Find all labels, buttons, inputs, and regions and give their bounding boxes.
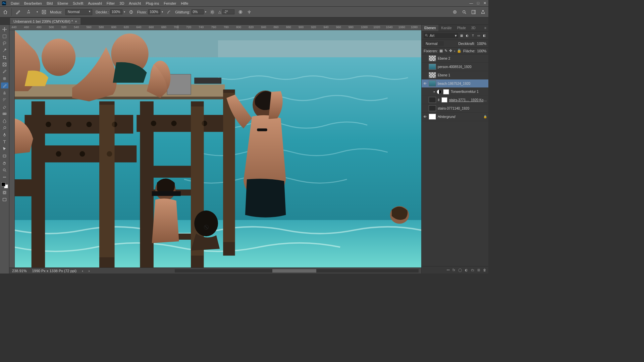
lock-artboard-icon[interactable]: ▫ bbox=[454, 49, 455, 53]
crop-tool[interactable] bbox=[1, 54, 8, 60]
marquee-tool[interactable] bbox=[1, 33, 8, 39]
canvas-viewport[interactable] bbox=[15, 30, 421, 267]
share-icon[interactable] bbox=[480, 9, 486, 15]
pen-tool[interactable] bbox=[1, 132, 8, 138]
layer-row[interactable]: 👁Hintergrund🔒 bbox=[422, 113, 488, 121]
panel-menu-icon[interactable]: ≡ bbox=[482, 25, 488, 31]
angle-input[interactable] bbox=[222, 9, 234, 14]
layer-mask-thumbnail[interactable] bbox=[443, 89, 449, 95]
new-layer-icon[interactable]: ⊞ bbox=[477, 268, 480, 272]
smoothing-input[interactable] bbox=[192, 9, 204, 14]
blend-mode-select[interactable]: Normal bbox=[65, 9, 92, 15]
quick-mask-tool[interactable] bbox=[1, 189, 8, 195]
tab-close-icon[interactable]: × bbox=[75, 19, 77, 23]
tab-kanaele[interactable]: Kanäle bbox=[438, 25, 454, 31]
search-icon[interactable] bbox=[462, 9, 467, 15]
lasso-tool[interactable] bbox=[1, 40, 8, 46]
eraser-tool[interactable] bbox=[1, 104, 8, 110]
rectangle-tool[interactable] bbox=[1, 153, 8, 159]
fill-value[interactable]: 100% bbox=[477, 49, 486, 53]
lock-all-icon[interactable]: 🔒 bbox=[457, 49, 462, 53]
layer-thumbnail[interactable] bbox=[429, 72, 436, 78]
flow-input[interactable] bbox=[148, 9, 160, 14]
link-layers-icon[interactable]: ⚯ bbox=[447, 268, 449, 272]
healing-brush-tool[interactable] bbox=[1, 75, 8, 81]
menu-ansicht[interactable]: Ansicht bbox=[129, 1, 141, 5]
layer-name[interactable]: stairs-3771…_1920 Kopie… bbox=[449, 98, 487, 102]
gradient-tool[interactable] bbox=[1, 111, 8, 117]
frame-tool[interactable] bbox=[1, 61, 8, 67]
menu-schrift[interactable]: Schrift bbox=[73, 1, 83, 5]
window-minimize-icon[interactable]: — bbox=[469, 1, 473, 5]
group-layers-icon[interactable]: 🗀 bbox=[471, 268, 474, 272]
move-tool[interactable] bbox=[1, 26, 8, 32]
tab-3d[interactable]: 3D bbox=[469, 25, 478, 31]
type-tool[interactable] bbox=[1, 139, 8, 145]
layer-fx-icon[interactable]: fx bbox=[452, 268, 455, 272]
filter-shape-icon[interactable]: ▭ bbox=[477, 34, 481, 37]
filter-adjust-icon[interactable]: ◐ bbox=[465, 34, 469, 37]
brush-tool[interactable] bbox=[1, 82, 8, 88]
horizontal-scrollbar[interactable] bbox=[175, 269, 419, 273]
layer-blend-mode[interactable]: Normal bbox=[424, 41, 444, 46]
layer-thumbnail[interactable] bbox=[429, 97, 436, 103]
history-brush-tool[interactable] bbox=[1, 97, 8, 103]
layer-row[interactable]: Ebene 2 bbox=[422, 54, 488, 63]
menu-3d[interactable]: 3D bbox=[119, 1, 124, 5]
visibility-toggle-icon[interactable]: 👁 bbox=[423, 82, 427, 85]
layer-row[interactable]: Ebene 1 bbox=[422, 71, 488, 79]
cloud-docs-icon[interactable] bbox=[452, 9, 458, 15]
nav-next-icon[interactable]: › bbox=[89, 269, 90, 273]
symmetry-icon[interactable] bbox=[247, 9, 252, 15]
layer-row[interactable]: 👁beach-1867524_1920 bbox=[422, 79, 488, 88]
layer-filter-select[interactable]: Art ▾ bbox=[424, 33, 458, 38]
opacity-input[interactable] bbox=[110, 9, 122, 14]
adjustment-layer-icon[interactable]: ◐ bbox=[465, 268, 468, 272]
layer-row[interactable]: stairs-3771140_1920 bbox=[422, 104, 488, 113]
path-selection-tool[interactable] bbox=[1, 146, 8, 152]
window-close-icon[interactable]: ✕ bbox=[483, 1, 486, 5]
home-icon[interactable] bbox=[3, 9, 8, 15]
hand-tool[interactable] bbox=[1, 160, 8, 166]
lock-transparency-icon[interactable]: ▦ bbox=[439, 49, 443, 53]
layer-thumbnail[interactable] bbox=[429, 64, 436, 70]
lock-position-icon[interactable]: ✥ bbox=[449, 49, 452, 53]
menu-auswahl[interactable]: Auswahl bbox=[88, 1, 102, 5]
expand-arrow-icon[interactable]: ▸ bbox=[434, 90, 435, 93]
layer-mask-icon[interactable]: ◯ bbox=[458, 268, 462, 272]
menu-datei[interactable]: Datei bbox=[11, 1, 19, 5]
vertical-ruler[interactable] bbox=[9, 30, 15, 267]
edit-toolbar[interactable] bbox=[1, 174, 8, 180]
filter-smart-icon[interactable]: ◧ bbox=[482, 34, 486, 37]
magic-wand-tool[interactable] bbox=[1, 47, 8, 53]
workspace-icon[interactable] bbox=[471, 9, 476, 15]
smoothing-options-icon[interactable] bbox=[210, 9, 215, 15]
layer-thumbnail[interactable] bbox=[429, 80, 436, 86]
menu-bearbeiten[interactable]: Bearbeiten bbox=[24, 1, 42, 5]
brush-tool-icon[interactable] bbox=[15, 9, 20, 15]
layer-name[interactable]: person-4008516_1920 bbox=[438, 65, 487, 69]
menu-hilfe[interactable]: Hilfe bbox=[181, 1, 188, 5]
pressure-opacity-icon[interactable] bbox=[128, 9, 134, 15]
layer-row[interactable]: 𝟠stairs-3771…_1920 Kopie… bbox=[422, 96, 488, 104]
filter-type-icon[interactable]: T bbox=[471, 34, 475, 37]
visibility-toggle-icon[interactable]: 👁 bbox=[423, 115, 427, 119]
eyedropper-tool[interactable] bbox=[1, 68, 8, 74]
layer-opacity-value[interactable]: 100% bbox=[477, 42, 486, 46]
window-maximize-icon[interactable]: □ bbox=[477, 1, 479, 5]
dodge-tool[interactable] bbox=[1, 125, 8, 131]
layer-thumbnail[interactable] bbox=[429, 55, 436, 61]
layer-thumbnail[interactable] bbox=[429, 114, 436, 120]
menu-fenster[interactable]: Fenster bbox=[164, 1, 176, 5]
color-swatch[interactable] bbox=[1, 182, 8, 188]
menu-plugins[interactable]: Plug-ins bbox=[146, 1, 159, 5]
layer-name[interactable]: Ebene 1 bbox=[438, 73, 487, 77]
layer-name[interactable]: Tonwertkorrektur 1 bbox=[451, 90, 487, 94]
airbrush-icon[interactable] bbox=[166, 9, 172, 15]
zoom-tool[interactable] bbox=[1, 167, 8, 173]
layer-name[interactable]: Ebene 2 bbox=[438, 57, 487, 60]
blur-tool[interactable] bbox=[1, 118, 8, 124]
layer-row[interactable]: person-4008516_1920 bbox=[422, 63, 488, 71]
tab-ebenen[interactable]: Ebenen bbox=[422, 25, 438, 31]
screen-mode-tool[interactable] bbox=[1, 196, 8, 202]
